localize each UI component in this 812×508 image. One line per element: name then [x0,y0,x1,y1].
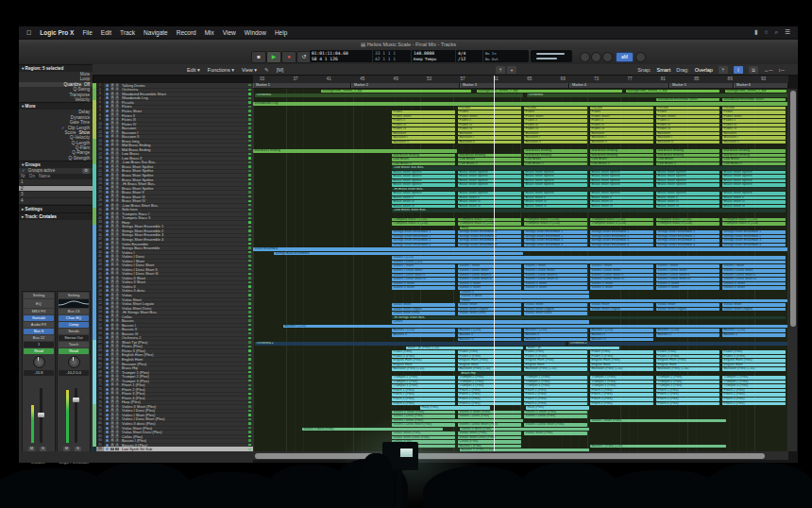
menu-mix[interactable]: Mix [205,29,214,36]
region-clip[interactable]: Trumpets Stacc II (+10) [722,222,786,226]
region-clip[interactable]: Flutes [392,110,455,114]
track-solo-button[interactable]: S [115,191,119,194]
region-clip[interactable]: English Horn (Plex) [524,359,587,363]
track-mute-button[interactable]: M [110,246,114,249]
eq-thumbnail[interactable] [59,299,89,308]
region-clip[interactable]: Trumpets Stacc I (+10) [722,218,786,222]
region-clip[interactable]: Fhorn 3 (Plex) [524,398,587,401]
track-solo-button[interactable]: S [115,152,119,155]
region-clip[interactable]: Trumpet 2 (Plex) [656,381,719,384]
track-solo-button[interactable]: S [115,272,119,275]
region-clip[interactable]: Violins I Short [392,264,455,268]
track-mute-button[interactable]: M [110,118,114,121]
marquee-tool[interactable]: ⧉ [749,66,758,74]
track-mute-button[interactable]: M [110,157,114,160]
region-clip[interactable]: Basses I (+10) [392,329,455,332]
region-clip[interactable]: Flutes IV [590,127,653,131]
strip-slot[interactable]: Audio FX [24,322,54,328]
region-clip[interactable]: English Horn (Plex) [392,359,455,363]
region-clip[interactable]: Bassoon (Plex) (+10) [524,367,587,371]
region-clip[interactable]: Strings Short Ensemble 4 [524,244,587,247]
pan-knob[interactable] [68,356,80,368]
track-solo-button[interactable]: S [115,345,119,347]
region-clip[interactable]: Violas [460,299,787,303]
region-clip[interactable]: Basses II [392,333,455,337]
track-solo-button[interactable]: S [115,366,119,369]
region-clip[interactable]: Fhorn 1 (Plex) [656,389,719,393]
track-mute-button[interactable]: M [110,439,114,442]
region-clip[interactable]: Trumpet 2 (Plex) [392,381,455,384]
region-clip[interactable]: Flutes Short [392,115,455,119]
region-clip[interactable]: English Horn [458,364,521,367]
region-clip[interactable]: Brass Short Spitfire [524,192,587,195]
region-clip[interactable]: Violins II Short (Plex) [458,411,521,415]
track-mute-button[interactable]: M [110,294,114,296]
track-solo-button[interactable]: S [115,259,119,262]
region-clip[interactable]: Bassoon I [392,136,455,140]
region-clip[interactable]: Strings Short Ensemble 2 [656,235,719,239]
region-clip[interactable]: Violins II Short [590,282,653,286]
region-clip[interactable]: Bassoon (Plex) (+10) [590,367,653,371]
region-clip[interactable]: Violas Short Legato [458,308,521,312]
region-clip[interactable]: Flutes II [392,119,455,123]
track-mute-button[interactable]: M [110,285,114,288]
track-solo-button[interactable]: S [115,379,119,381]
strip-slot[interactable]: Bus 13 [59,309,89,314]
drag-value[interactable]: Overlap [695,67,713,73]
region-clip[interactable]: Strings Short Ensemble 1 [392,230,455,234]
track-mute-button[interactable]: M [110,255,114,258]
region-clip[interactable]: Brass Short II [590,196,653,200]
region-clip[interactable]: Flutes Short [722,115,786,119]
region-clip[interactable]: Strings Short Ensemble 3 [392,239,455,243]
region-clip[interactable]: Basses II [722,333,786,337]
track-solo-button[interactable]: S [115,169,119,172]
region-clip[interactable]: Brass Short Spitfire [458,171,521,175]
region-clip[interactable]: Fhorn 3 (Plex) [458,398,521,401]
lcd-display[interactable]: 01:01:11:04.60 58 4 1 126 33 1 1 1 42 1 … [310,50,529,62]
region-clip[interactable]: Fhorn 2 (Plex) [590,393,653,397]
region-clip[interactable]: Piccolo [590,107,653,110]
region-clip[interactable]: Strings Short Ensemble 2 [722,235,786,239]
region-clip[interactable]: Brass Short Spitfire [590,179,653,183]
region-clip[interactable]: Trumpet 2 (Plex) [524,381,587,384]
region-clip[interactable]: Trumpet 3 (Plex) [458,384,521,388]
marker[interactable]: Marker 6 [734,83,788,88]
region-clip[interactable]: Violas Short Divisi [458,312,521,315]
region-clip[interactable]: Basses I (+10) [722,329,786,332]
region-clip[interactable]: Violins I Divisi Short [656,269,719,273]
region-clip[interactable]: Brass Short Spitfire [590,183,653,187]
region-clip[interactable]: Trumpets Stacc I (+10) [524,218,587,222]
region-clip[interactable]: Strings Short Ensemble 4 [722,244,786,247]
region-clip[interactable]: Violins I (+10) [392,256,786,260]
region-clip[interactable]: Flutes Short [590,115,653,119]
region-clip[interactable]: Low Brass [722,158,786,161]
track-solo-button[interactable]: S [115,242,119,245]
region-clip[interactable]: Violins I Divisi Short III [392,278,455,281]
track-mute-button[interactable]: M [110,225,114,228]
menu-edit[interactable]: Edit [101,29,111,36]
track-solo-button[interactable]: S [115,328,119,330]
region-clip[interactable]: Brass Short III [722,200,786,204]
region-clip[interactable]: Flutes II [722,119,786,123]
region-clip[interactable]: Flutes III [722,124,786,127]
region-clip[interactable]: Flutes Short [524,115,587,119]
region-clip[interactable]: Low Brass II [524,162,587,166]
region-clip[interactable]: Flutes IV [524,127,587,131]
menu-navigate[interactable]: Navigate [144,29,168,36]
strip-slot[interactable]: Comp [59,322,89,328]
track-solo-button[interactable]: S [115,186,119,189]
region-clip[interactable]: Violas Short Divisi [392,312,455,315]
track-mute-button[interactable]: M [110,379,114,381]
region-clip[interactable]: Strings Short Ensemble 2 [392,235,455,239]
groups-header[interactable]: ▾ Groups [19,161,93,168]
region-clip[interactable]: Brass Short Spitfire [458,179,521,183]
track-solo-button[interactable]: S [115,324,119,327]
region-clip[interactable]: Brass Short II [524,196,587,200]
track-mute-button[interactable]: M [110,221,114,224]
region-clip[interactable]: Violas Short [458,303,521,307]
play-button[interactable]: ▶ [266,51,281,63]
group-row[interactable]: 1 [19,179,93,186]
region-clip[interactable]: Strings Short Ensemble 3 [590,239,653,243]
region-clip[interactable]: Violins II Short [392,286,455,290]
region-clip[interactable]: Bassoon I [656,136,719,140]
